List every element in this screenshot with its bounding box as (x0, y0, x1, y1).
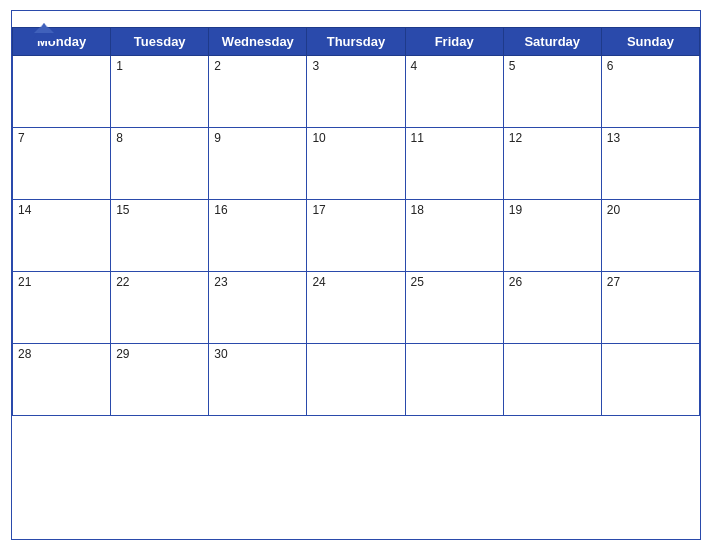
day-number: 3 (312, 59, 319, 73)
day-number: 23 (214, 275, 227, 289)
day-number: 9 (214, 131, 221, 145)
calendar: MondayTuesdayWednesdayThursdayFridaySatu… (11, 10, 701, 540)
week-row-5: 282930 (13, 344, 700, 416)
day-number: 17 (312, 203, 325, 217)
calendar-cell (307, 344, 405, 416)
calendar-cell: 6 (601, 56, 699, 128)
day-number: 14 (18, 203, 31, 217)
week-row-3: 14151617181920 (13, 200, 700, 272)
calendar-cell: 3 (307, 56, 405, 128)
day-number: 27 (607, 275, 620, 289)
calendar-cell: 12 (503, 128, 601, 200)
calendar-cell: 22 (111, 272, 209, 344)
day-number: 29 (116, 347, 129, 361)
calendar-cell: 4 (405, 56, 503, 128)
calendar-cell (13, 56, 111, 128)
day-number: 1 (116, 59, 123, 73)
week-row-4: 21222324252627 (13, 272, 700, 344)
day-number: 7 (18, 131, 25, 145)
day-number: 18 (411, 203, 424, 217)
days-header: MondayTuesdayWednesdayThursdayFridaySatu… (13, 28, 700, 56)
day-header-wednesday: Wednesday (209, 28, 307, 56)
week-row-1: 123456 (13, 56, 700, 128)
calendar-cell: 11 (405, 128, 503, 200)
day-number: 21 (18, 275, 31, 289)
day-header-sunday: Sunday (601, 28, 699, 56)
calendar-table: MondayTuesdayWednesdayThursdayFridaySatu… (12, 27, 700, 416)
calendar-cell (405, 344, 503, 416)
day-number: 6 (607, 59, 614, 73)
calendar-cell: 8 (111, 128, 209, 200)
day-number: 24 (312, 275, 325, 289)
day-number: 10 (312, 131, 325, 145)
calendar-cell: 10 (307, 128, 405, 200)
day-number: 13 (607, 131, 620, 145)
logo-bird-icon (28, 19, 60, 50)
day-number: 28 (18, 347, 31, 361)
day-number: 22 (116, 275, 129, 289)
calendar-cell: 17 (307, 200, 405, 272)
calendar-cell (601, 344, 699, 416)
calendar-cell: 24 (307, 272, 405, 344)
calendar-cell: 5 (503, 56, 601, 128)
calendar-header (12, 11, 700, 27)
calendar-cell: 25 (405, 272, 503, 344)
day-number: 8 (116, 131, 123, 145)
day-number: 20 (607, 203, 620, 217)
day-number: 4 (411, 59, 418, 73)
day-header-tuesday: Tuesday (111, 28, 209, 56)
calendar-cell: 16 (209, 200, 307, 272)
calendar-cell: 2 (209, 56, 307, 128)
calendar-cell: 14 (13, 200, 111, 272)
day-header-thursday: Thursday (307, 28, 405, 56)
calendar-cell: 30 (209, 344, 307, 416)
calendar-cell: 27 (601, 272, 699, 344)
calendar-cell (503, 344, 601, 416)
day-number: 2 (214, 59, 221, 73)
calendar-cell: 26 (503, 272, 601, 344)
calendar-cell: 19 (503, 200, 601, 272)
calendar-cell: 29 (111, 344, 209, 416)
day-header-saturday: Saturday (503, 28, 601, 56)
day-header-friday: Friday (405, 28, 503, 56)
calendar-cell: 28 (13, 344, 111, 416)
week-row-2: 78910111213 (13, 128, 700, 200)
day-number: 19 (509, 203, 522, 217)
calendar-cell: 15 (111, 200, 209, 272)
calendar-cell: 13 (601, 128, 699, 200)
calendar-body: 1234567891011121314151617181920212223242… (13, 56, 700, 416)
calendar-cell: 18 (405, 200, 503, 272)
calendar-cell: 1 (111, 56, 209, 128)
day-number: 15 (116, 203, 129, 217)
calendar-cell: 21 (13, 272, 111, 344)
calendar-cell: 7 (13, 128, 111, 200)
logo (28, 19, 62, 50)
day-number: 12 (509, 131, 522, 145)
day-number: 11 (411, 131, 424, 145)
svg-marker-1 (34, 23, 54, 33)
day-number: 26 (509, 275, 522, 289)
day-number: 16 (214, 203, 227, 217)
calendar-cell: 23 (209, 272, 307, 344)
calendar-cell: 20 (601, 200, 699, 272)
day-number: 25 (411, 275, 424, 289)
day-number: 5 (509, 59, 516, 73)
calendar-cell: 9 (209, 128, 307, 200)
day-number: 30 (214, 347, 227, 361)
